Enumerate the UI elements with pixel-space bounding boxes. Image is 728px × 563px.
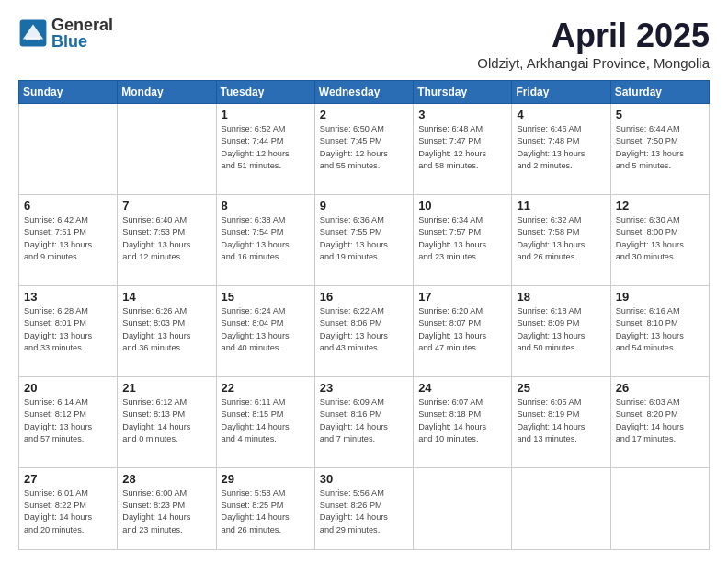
day-info: Sunrise: 5:56 AM Sunset: 8:26 PM Dayligh… — [320, 488, 408, 536]
calendar-cell — [118, 104, 216, 195]
day-number: 11 — [517, 199, 605, 213]
day-info: Sunrise: 6:48 AM Sunset: 7:47 PM Dayligh… — [418, 123, 506, 172]
header-tuesday: Tuesday — [216, 81, 314, 104]
day-info: Sunrise: 6:46 AM Sunset: 7:48 PM Dayligh… — [517, 123, 605, 172]
location-subtitle: Oldziyt, Arkhangai Province, Mongolia — [477, 55, 710, 71]
calendar-cell: 10Sunrise: 6:34 AM Sunset: 7:57 PM Dayli… — [414, 194, 512, 285]
day-info: Sunrise: 6:32 AM Sunset: 7:58 PM Dayligh… — [517, 214, 605, 263]
calendar-week-3: 13Sunrise: 6:28 AM Sunset: 8:01 PM Dayli… — [19, 285, 710, 376]
calendar-cell: 3Sunrise: 6:48 AM Sunset: 7:47 PM Daylig… — [414, 104, 512, 195]
day-info: Sunrise: 6:50 AM Sunset: 7:45 PM Dayligh… — [320, 123, 408, 172]
day-info: Sunrise: 6:03 AM Sunset: 8:20 PM Dayligh… — [616, 396, 704, 445]
svg-rect-2 — [26, 38, 40, 40]
day-number: 25 — [517, 381, 605, 395]
day-number: 24 — [418, 381, 506, 395]
header-wednesday: Wednesday — [314, 81, 413, 104]
day-info: Sunrise: 6:34 AM Sunset: 7:57 PM Dayligh… — [418, 214, 506, 263]
day-number: 17 — [418, 290, 506, 304]
day-info: Sunrise: 6:00 AM Sunset: 8:23 PM Dayligh… — [122, 488, 210, 536]
month-title: April 2025 — [477, 17, 710, 55]
day-info: Sunrise: 6:18 AM Sunset: 8:09 PM Dayligh… — [517, 305, 605, 354]
calendar-cell: 22Sunrise: 6:11 AM Sunset: 8:15 PM Dayli… — [216, 376, 314, 467]
day-info: Sunrise: 6:22 AM Sunset: 8:06 PM Dayligh… — [320, 305, 408, 354]
calendar-cell: 8Sunrise: 6:38 AM Sunset: 7:54 PM Daylig… — [216, 194, 314, 285]
logo-text: General Blue — [51, 17, 113, 50]
day-number: 30 — [320, 472, 408, 486]
day-number: 13 — [24, 290, 112, 304]
calendar-week-1: 1Sunrise: 6:52 AM Sunset: 7:44 PM Daylig… — [19, 104, 710, 195]
day-number: 1 — [222, 108, 310, 121]
header-friday: Friday — [512, 81, 610, 104]
calendar-table: Sunday Monday Tuesday Wednesday Thursday… — [18, 80, 710, 550]
day-info: Sunrise: 6:26 AM Sunset: 8:03 PM Dayligh… — [122, 305, 210, 354]
calendar-cell: 17Sunrise: 6:20 AM Sunset: 8:07 PM Dayli… — [414, 285, 512, 376]
calendar-week-4: 20Sunrise: 6:14 AM Sunset: 8:12 PM Dayli… — [19, 376, 710, 467]
header-thursday: Thursday — [414, 81, 512, 104]
calendar-cell: 29Sunrise: 5:58 AM Sunset: 8:25 PM Dayli… — [216, 467, 314, 549]
calendar-cell: 9Sunrise: 6:36 AM Sunset: 7:55 PM Daylig… — [314, 194, 413, 285]
header-monday: Monday — [118, 81, 216, 104]
day-number: 27 — [24, 472, 112, 486]
calendar-cell: 23Sunrise: 6:09 AM Sunset: 8:16 PM Dayli… — [314, 376, 413, 467]
calendar-cell: 27Sunrise: 6:01 AM Sunset: 8:22 PM Dayli… — [19, 467, 118, 549]
header: General Blue April 2025 Oldziyt, Arkhang… — [18, 17, 710, 71]
logo-blue: Blue — [51, 33, 113, 50]
day-info: Sunrise: 6:01 AM Sunset: 8:22 PM Dayligh… — [24, 488, 112, 536]
day-number: 5 — [616, 108, 704, 121]
day-number: 18 — [517, 290, 605, 304]
calendar-cell: 2Sunrise: 6:50 AM Sunset: 7:45 PM Daylig… — [314, 104, 413, 195]
day-number: 8 — [222, 199, 310, 213]
calendar-cell: 21Sunrise: 6:12 AM Sunset: 8:13 PM Dayli… — [118, 376, 216, 467]
day-number: 6 — [24, 199, 112, 213]
day-info: Sunrise: 6:16 AM Sunset: 8:10 PM Dayligh… — [616, 305, 704, 354]
day-info: Sunrise: 6:42 AM Sunset: 7:51 PM Dayligh… — [24, 214, 112, 263]
day-number: 23 — [320, 381, 408, 395]
calendar-cell: 4Sunrise: 6:46 AM Sunset: 7:48 PM Daylig… — [512, 104, 610, 195]
day-info: Sunrise: 6:20 AM Sunset: 8:07 PM Dayligh… — [418, 305, 506, 354]
day-info: Sunrise: 6:30 AM Sunset: 8:00 PM Dayligh… — [616, 214, 704, 263]
calendar-cell — [414, 467, 512, 549]
calendar-header-row: Sunday Monday Tuesday Wednesday Thursday… — [19, 81, 710, 104]
calendar-cell — [610, 467, 709, 549]
day-info: Sunrise: 6:40 AM Sunset: 7:53 PM Dayligh… — [122, 214, 210, 263]
day-number: 21 — [122, 381, 210, 395]
day-number: 3 — [418, 108, 506, 121]
calendar-week-2: 6Sunrise: 6:42 AM Sunset: 7:51 PM Daylig… — [19, 194, 710, 285]
calendar-cell: 16Sunrise: 6:22 AM Sunset: 8:06 PM Dayli… — [314, 285, 413, 376]
day-info: Sunrise: 6:09 AM Sunset: 8:16 PM Dayligh… — [320, 396, 408, 445]
day-info: Sunrise: 6:28 AM Sunset: 8:01 PM Dayligh… — [24, 305, 112, 354]
calendar-cell: 11Sunrise: 6:32 AM Sunset: 7:58 PM Dayli… — [512, 194, 610, 285]
day-number: 4 — [517, 108, 605, 121]
calendar-cell: 28Sunrise: 6:00 AM Sunset: 8:23 PM Dayli… — [118, 467, 216, 549]
calendar-cell: 24Sunrise: 6:07 AM Sunset: 8:18 PM Dayli… — [414, 376, 512, 467]
day-number: 28 — [122, 472, 210, 486]
calendar-cell — [512, 467, 610, 549]
day-number: 29 — [222, 472, 310, 486]
day-number: 2 — [320, 108, 408, 121]
day-number: 16 — [320, 290, 408, 304]
day-number: 22 — [222, 381, 310, 395]
calendar-cell: 14Sunrise: 6:26 AM Sunset: 8:03 PM Dayli… — [118, 285, 216, 376]
day-info: Sunrise: 6:12 AM Sunset: 8:13 PM Dayligh… — [122, 396, 210, 445]
calendar-cell: 26Sunrise: 6:03 AM Sunset: 8:20 PM Dayli… — [610, 376, 709, 467]
calendar-week-5: 27Sunrise: 6:01 AM Sunset: 8:22 PM Dayli… — [19, 467, 710, 549]
day-info: Sunrise: 6:05 AM Sunset: 8:19 PM Dayligh… — [517, 396, 605, 445]
day-number: 12 — [616, 199, 704, 213]
day-info: Sunrise: 5:58 AM Sunset: 8:25 PM Dayligh… — [222, 488, 310, 536]
calendar-cell: 13Sunrise: 6:28 AM Sunset: 8:01 PM Dayli… — [19, 285, 118, 376]
title-block: April 2025 Oldziyt, Arkhangai Province, … — [477, 17, 710, 71]
day-number: 14 — [122, 290, 210, 304]
logo: General Blue — [18, 17, 113, 50]
day-number: 9 — [320, 199, 408, 213]
calendar-cell — [19, 104, 118, 195]
calendar-cell: 5Sunrise: 6:44 AM Sunset: 7:50 PM Daylig… — [610, 104, 709, 195]
day-info: Sunrise: 6:11 AM Sunset: 8:15 PM Dayligh… — [222, 396, 310, 445]
calendar-cell: 15Sunrise: 6:24 AM Sunset: 8:04 PM Dayli… — [216, 285, 314, 376]
day-number: 7 — [122, 199, 210, 213]
header-saturday: Saturday — [610, 81, 709, 104]
day-info: Sunrise: 6:36 AM Sunset: 7:55 PM Dayligh… — [320, 214, 408, 263]
day-info: Sunrise: 6:14 AM Sunset: 8:12 PM Dayligh… — [24, 396, 112, 445]
calendar-cell: 25Sunrise: 6:05 AM Sunset: 8:19 PM Dayli… — [512, 376, 610, 467]
day-info: Sunrise: 6:24 AM Sunset: 8:04 PM Dayligh… — [222, 305, 310, 354]
calendar-cell: 7Sunrise: 6:40 AM Sunset: 7:53 PM Daylig… — [118, 194, 216, 285]
